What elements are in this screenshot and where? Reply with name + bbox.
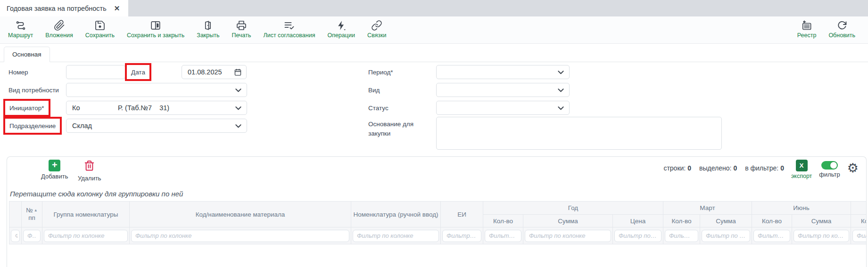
column-header-unit[interactable]: ЕИ	[441, 202, 483, 227]
column-filter-input[interactable]	[44, 230, 128, 242]
group-header-year[interactable]: Год	[483, 202, 663, 215]
column-filter-input[interactable]	[794, 230, 849, 242]
tab-main[interactable]: Основная	[4, 47, 50, 62]
filter-toggle-label: фильтр	[819, 171, 840, 178]
filter-toggle[interactable]	[821, 161, 838, 170]
period-label: Период*	[368, 69, 393, 76]
save-close-icon	[150, 20, 161, 31]
lightning-icon	[336, 20, 347, 31]
save-and-close-button[interactable]: Сохранить и закрыть	[121, 20, 190, 39]
chevron-down-icon	[234, 104, 243, 114]
initiator-label: Инициатор*	[9, 105, 44, 112]
chevron-down-icon	[556, 68, 565, 78]
department-value: Склад	[72, 122, 92, 129]
approval-sheet-button[interactable]: Лист согласования	[257, 20, 321, 39]
grid-toolbar-right: строки:0 выделено:0 в фильтре:0 X экспор…	[663, 160, 859, 179]
number-label: Номер	[8, 69, 28, 76]
print-button[interactable]: Печать	[226, 20, 257, 39]
column-filter-input[interactable]	[614, 230, 661, 242]
delete-row-label: Удалить	[78, 175, 101, 182]
date-label: Дата	[131, 69, 145, 76]
checklist-icon	[283, 20, 295, 31]
column-filter-input[interactable]	[11, 230, 20, 242]
chevron-down-icon	[556, 104, 565, 114]
trash-icon	[83, 160, 95, 173]
form-tab-strip: Основная	[0, 44, 868, 62]
column-filter-input[interactable]	[485, 230, 521, 242]
column-header-next-qty[interactable]: Кол-во	[851, 215, 867, 227]
column-header-nomenclature-manual[interactable]: Номенклатура (ручной ввод)	[351, 202, 441, 227]
save-button[interactable]: Сохранить	[79, 20, 121, 39]
operations-button[interactable]: Операции	[321, 20, 361, 39]
attachments-button[interactable]: Вложения	[39, 20, 79, 39]
calendar-icon[interactable]	[234, 68, 242, 78]
column-filter-input[interactable]	[23, 230, 41, 242]
column-header-num[interactable]: №▲ пп	[22, 202, 42, 227]
column-filter-input[interactable]	[353, 230, 439, 242]
toolbar-label: Связки	[367, 32, 386, 39]
form-area: Номер Дата 01.08.2025 Вид потребности Ин…	[0, 62, 868, 156]
column-filter-input[interactable]	[702, 230, 750, 242]
column-header-nomenclature-group[interactable]: Группа номенклатуры	[42, 202, 130, 227]
export-button[interactable]: X экспорт	[791, 160, 812, 179]
group-header-march[interactable]: Март	[663, 202, 752, 215]
toolbar-label: Закрыть	[197, 32, 219, 39]
toolbar-label: Вложения	[45, 32, 73, 39]
toolbar-label: Операции	[327, 32, 355, 39]
column-filter-input[interactable]	[753, 230, 790, 242]
rows-count: 0	[687, 164, 691, 172]
column-header-june-qty[interactable]: Кол-во	[752, 215, 792, 227]
filter-toggle-group: фильтр	[819, 160, 840, 178]
period-select[interactable]	[436, 65, 570, 79]
column-header-year-sum[interactable]: Сумма	[523, 215, 613, 227]
group-header-june[interactable]: Июнь	[752, 202, 851, 215]
column-header-june-sum[interactable]: Сумма	[792, 215, 851, 227]
grid-wrapper: №▲ пп Группа номенклатуры Код/наименован…	[9, 201, 867, 244]
document-tab-title: Годовая заявка на потребность	[7, 5, 107, 12]
purchase-basis-textarea[interactable]	[436, 117, 722, 150]
refresh-button[interactable]: Обновить	[822, 20, 861, 39]
registry-icon	[801, 20, 812, 31]
initiator-select[interactable]: Ко Р. (Таб.№7 31)	[66, 101, 247, 115]
add-row-button[interactable]: + Добавить	[41, 160, 68, 180]
toolbar-label: Обновить	[828, 32, 855, 39]
toolbar-label: Сохранить и закрыть	[127, 32, 184, 39]
date-input[interactable]: 01.08.2025	[182, 65, 247, 79]
document-tab[interactable]: Годовая заявка на потребность ✕	[0, 0, 128, 16]
toolbar-label: Реестр	[797, 32, 817, 39]
group-header-next[interactable]	[851, 202, 867, 215]
status-select[interactable]	[436, 101, 570, 115]
column-filter-input[interactable]	[852, 230, 867, 242]
department-label-highlight: Подразделение	[3, 117, 62, 135]
chevron-down-icon	[556, 86, 565, 96]
settings-gear-icon[interactable]: ⚙	[847, 162, 859, 175]
route-button[interactable]: Маршрут	[2, 20, 39, 39]
column-header-march-qty[interactable]: Кол-во	[663, 215, 700, 227]
delete-row-button[interactable]: Удалить	[78, 160, 101, 182]
printer-icon	[236, 20, 247, 31]
column-filter-input[interactable]	[442, 230, 481, 242]
column-header-row-icon[interactable]	[9, 202, 22, 227]
add-row-label: Добавить	[41, 173, 68, 180]
close-tab-icon[interactable]: ✕	[114, 4, 120, 13]
column-header-year-qty[interactable]: Кол-во	[483, 215, 523, 227]
refresh-icon	[836, 20, 848, 31]
column-header-march-sum[interactable]: Сумма	[700, 215, 752, 227]
links-button[interactable]: Связки	[361, 20, 392, 39]
registry-button[interactable]: Реестр	[791, 20, 823, 39]
close-button[interactable]: Закрыть	[190, 20, 225, 39]
column-filter-input[interactable]	[131, 230, 349, 242]
number-input[interactable]	[66, 65, 125, 79]
need-type-select[interactable]	[66, 83, 247, 97]
column-filter-input[interactable]	[665, 230, 698, 242]
toolbar-label: Лист согласования	[263, 32, 315, 39]
column-filter-input[interactable]	[525, 230, 611, 242]
column-header-material-code-name[interactable]: Код/наименование материала	[130, 202, 351, 227]
kind-label: Вид	[368, 87, 380, 94]
group-by-hint: Перетащите сюда колонку для группировки …	[10, 190, 183, 198]
door-icon	[202, 20, 214, 31]
main-toolbar: Маршрут Вложения Сохранить Сохранить и з…	[0, 16, 868, 44]
kind-select[interactable]	[436, 83, 570, 97]
column-header-year-price[interactable]: Цена	[613, 215, 663, 227]
department-select[interactable]: Склад	[66, 119, 247, 133]
